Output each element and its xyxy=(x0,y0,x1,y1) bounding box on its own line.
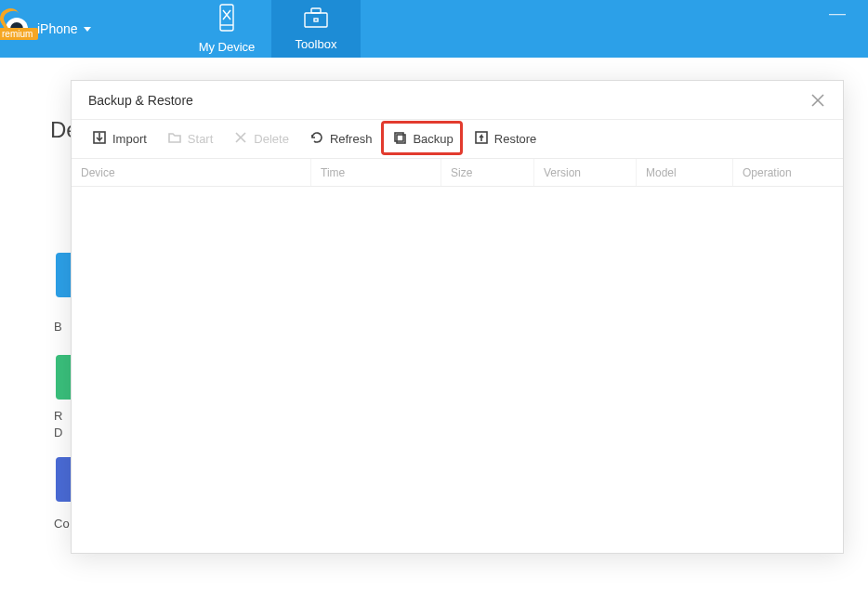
button-label: Import xyxy=(112,132,147,146)
close-button[interactable] xyxy=(809,92,826,109)
toolbox-icon xyxy=(303,7,329,32)
svg-rect-5 xyxy=(311,8,321,13)
device-name: iPhone xyxy=(37,21,78,36)
refresh-button[interactable]: Refresh xyxy=(302,126,380,151)
button-label: Restore xyxy=(494,132,537,146)
table-header-row: Device Time Size Version Model Operation xyxy=(72,159,843,187)
folder-icon xyxy=(167,130,182,148)
import-icon xyxy=(92,130,107,148)
table-body-empty xyxy=(72,187,843,553)
tab-toolbox[interactable]: Toolbox xyxy=(271,0,361,58)
svg-rect-6 xyxy=(314,19,318,21)
svg-rect-4 xyxy=(305,13,327,27)
dialog-title: Backup & Restore xyxy=(88,93,193,108)
tab-label: My Device xyxy=(199,40,256,54)
backup-restore-dialog: Backup & Restore Import Start Delete Ref… xyxy=(71,80,844,554)
button-label: Delete xyxy=(254,132,289,146)
feature-label-3: Co xyxy=(54,517,70,531)
refresh-icon xyxy=(309,130,324,148)
column-size[interactable]: Size xyxy=(441,159,534,186)
top-bar: remium iPhone My Device Toolbox — xyxy=(0,0,868,58)
app-logo-area: remium iPhone xyxy=(0,0,182,58)
delete-button: Delete xyxy=(226,126,296,151)
import-button[interactable]: Import xyxy=(85,126,154,151)
delete-icon xyxy=(233,130,248,148)
column-time[interactable]: Time xyxy=(311,159,441,186)
start-button: Start xyxy=(160,126,220,151)
feature-label-2b: D xyxy=(54,426,62,439)
button-label: Start xyxy=(188,132,213,146)
column-operation[interactable]: Operation xyxy=(733,159,843,186)
chevron-down-icon xyxy=(84,27,91,32)
nav-tabs: My Device Toolbox xyxy=(182,0,361,58)
column-model[interactable]: Model xyxy=(637,159,733,186)
svg-rect-0 xyxy=(220,5,233,31)
phone-icon xyxy=(216,4,238,34)
dialog-header: Backup & Restore xyxy=(72,81,843,120)
tab-my-device[interactable]: My Device xyxy=(182,0,271,58)
tab-label: Toolbox xyxy=(296,37,337,51)
button-label: Refresh xyxy=(330,132,373,146)
backup-button[interactable]: Backup xyxy=(385,126,460,151)
window-minimize-icon[interactable]: — xyxy=(829,4,846,23)
dialog-toolbar: Import Start Delete Refresh Backup Resto… xyxy=(72,120,843,159)
restore-icon xyxy=(474,130,489,148)
column-version[interactable]: Version xyxy=(534,159,637,186)
restore-button[interactable]: Restore xyxy=(467,126,545,151)
feature-label-2a: R xyxy=(54,409,62,423)
feature-label-1: B xyxy=(54,320,62,334)
premium-badge: remium xyxy=(0,28,38,40)
device-selector[interactable]: iPhone xyxy=(37,21,91,36)
backup-icon xyxy=(392,130,407,148)
column-device[interactable]: Device xyxy=(72,159,311,186)
button-label: Backup xyxy=(413,132,453,146)
